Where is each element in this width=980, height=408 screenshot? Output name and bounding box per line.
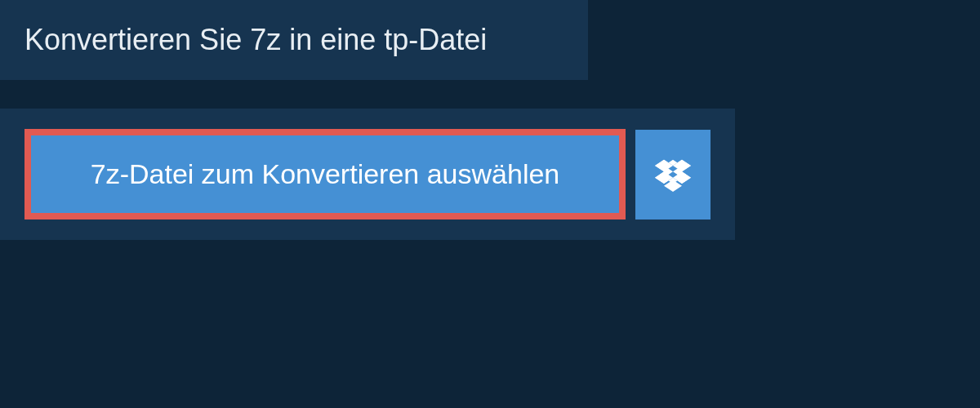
header-bar: Konvertieren Sie 7z in eine tp-Datei	[0, 0, 588, 80]
page-title: Konvertieren Sie 7z in eine tp-Datei	[24, 23, 564, 57]
select-file-button[interactable]: 7z-Datei zum Konvertieren auswählen	[31, 135, 619, 213]
highlight-frame: 7z-Datei zum Konvertieren auswählen	[24, 129, 626, 220]
upload-section: 7z-Datei zum Konvertieren auswählen	[0, 109, 735, 240]
dropbox-button[interactable]	[635, 130, 710, 220]
dropbox-icon	[655, 157, 691, 193]
